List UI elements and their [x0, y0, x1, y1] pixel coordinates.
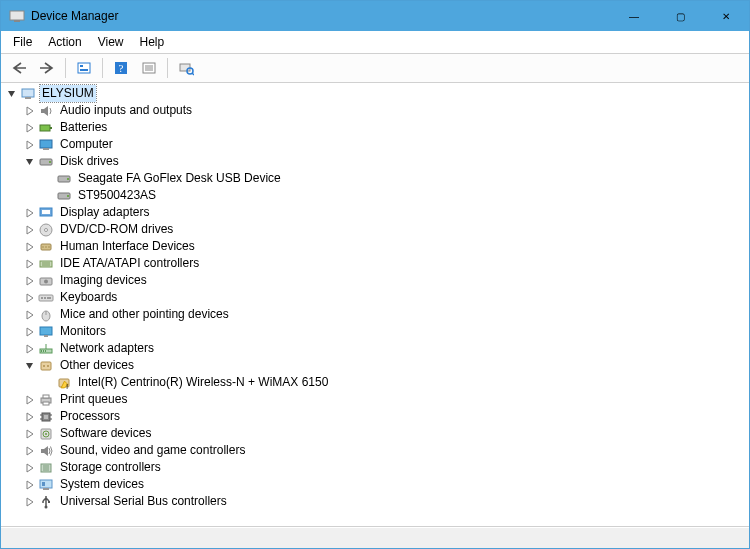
- tree-node-software-devices[interactable]: Software devices: [1, 425, 749, 442]
- svg-rect-18: [40, 140, 52, 148]
- tree-view[interactable]: ELYSIUM Audio inputs and outputs Batteri…: [1, 83, 749, 527]
- chevron-right-icon[interactable]: [23, 427, 37, 441]
- chevron-down-icon[interactable]: [23, 155, 37, 169]
- tree-node-st9500423as[interactable]: ST9500423AS: [1, 187, 749, 204]
- toolbar-help-button[interactable]: ?: [109, 56, 133, 80]
- tree-node-disk-drives[interactable]: Disk drives: [1, 153, 749, 170]
- tree-node-label: Batteries: [58, 119, 109, 136]
- menu-help[interactable]: Help: [132, 34, 173, 50]
- chevron-right-icon[interactable]: [23, 478, 37, 492]
- menu-file[interactable]: File: [5, 34, 40, 50]
- sound-icon: [38, 443, 54, 459]
- chevron-right-icon[interactable]: [23, 444, 37, 458]
- software-icon: [38, 426, 54, 442]
- chevron-spacer: [41, 189, 55, 203]
- chevron-right-icon[interactable]: [23, 410, 37, 424]
- tree-node-label: IDE ATA/ATAPI controllers: [58, 255, 201, 272]
- monitor-icon: [38, 324, 54, 340]
- chevron-down-icon[interactable]: [23, 359, 37, 373]
- tree-node-human-interface-devices[interactable]: Human Interface Devices: [1, 238, 749, 255]
- tree-node-label: Sound, video and game controllers: [58, 442, 247, 459]
- svg-rect-16: [40, 125, 50, 131]
- tree-node-audio-inputs-and-outputs[interactable]: Audio inputs and outputs: [1, 102, 749, 119]
- toolbar-separator: [65, 58, 66, 78]
- svg-rect-75: [48, 501, 50, 503]
- chevron-right-icon[interactable]: [23, 325, 37, 339]
- app-icon: [9, 8, 25, 24]
- svg-rect-19: [43, 148, 49, 150]
- tree-node-seagate-fa-goflex-desk-usb-device[interactable]: Seagate FA GoFlex Desk USB Device: [1, 170, 749, 187]
- tree-node-label: Other devices: [58, 357, 136, 374]
- chevron-right-icon[interactable]: [23, 461, 37, 475]
- svg-rect-1: [14, 20, 20, 22]
- chevron-right-icon[interactable]: [23, 308, 37, 322]
- cdrom-icon: [38, 222, 54, 238]
- menu-view[interactable]: View: [90, 34, 132, 50]
- tree-node-computer[interactable]: Computer: [1, 136, 749, 153]
- toolbar-properties-button[interactable]: [137, 56, 161, 80]
- tree-node-label: ST9500423AS: [76, 187, 158, 204]
- svg-rect-72: [43, 488, 49, 490]
- audio-icon: [38, 103, 54, 119]
- tree-node-display-adapters[interactable]: Display adapters: [1, 204, 749, 221]
- toolbar-forward-button[interactable]: [35, 56, 59, 80]
- other-icon: [38, 358, 54, 374]
- tree-node-label: Disk drives: [58, 153, 121, 170]
- chevron-right-icon[interactable]: [23, 393, 37, 407]
- toolbar-scan-button[interactable]: [174, 56, 198, 80]
- chevron-down-icon[interactable]: [5, 87, 19, 101]
- svg-point-53: [43, 365, 45, 367]
- minimize-button[interactable]: —: [611, 1, 657, 31]
- svg-point-23: [67, 178, 69, 180]
- tree-node-monitors[interactable]: Monitors: [1, 323, 749, 340]
- chevron-right-icon[interactable]: [23, 104, 37, 118]
- computer-node-icon: [38, 137, 54, 153]
- tree-node-imaging-devices[interactable]: Imaging devices: [1, 272, 749, 289]
- maximize-button[interactable]: ▢: [657, 1, 703, 31]
- svg-rect-2: [78, 63, 90, 73]
- menu-action[interactable]: Action: [40, 34, 89, 50]
- svg-text:?: ?: [119, 62, 124, 74]
- tree-node-keyboards[interactable]: Keyboards: [1, 289, 749, 306]
- tree-node-system-devices[interactable]: System devices: [1, 476, 749, 493]
- close-button[interactable]: ✕: [703, 1, 749, 31]
- chevron-right-icon[interactable]: [23, 495, 37, 509]
- chevron-right-icon[interactable]: [23, 257, 37, 271]
- tree-node-batteries[interactable]: Batteries: [1, 119, 749, 136]
- tree-node-label: System devices: [58, 476, 146, 493]
- svg-rect-0: [10, 11, 24, 20]
- cpu-icon: [38, 409, 54, 425]
- chevron-right-icon[interactable]: [23, 121, 37, 135]
- imaging-icon: [38, 273, 54, 289]
- svg-point-32: [45, 246, 47, 248]
- tree-node-mice-and-other-pointing-devices[interactable]: Mice and other pointing devices: [1, 306, 749, 323]
- tree-node-processors[interactable]: Processors: [1, 408, 749, 425]
- svg-rect-48: [41, 350, 42, 352]
- chevron-right-icon[interactable]: [23, 291, 37, 305]
- minimize-icon: —: [629, 11, 639, 22]
- tree-node-intel-r-centrino-r-wireless-n-wimax-6150[interactable]: ! Intel(R) Centrino(R) Wireless-N + WiMA…: [1, 374, 749, 391]
- display-icon: [38, 205, 54, 221]
- chevron-right-icon[interactable]: [23, 206, 37, 220]
- tree-node-sound-video-and-game-controllers[interactable]: Sound, video and game controllers: [1, 442, 749, 459]
- tree-node-label: Mice and other pointing devices: [58, 306, 231, 323]
- tree-node-label: Imaging devices: [58, 272, 149, 289]
- tree-node-elysium[interactable]: ELYSIUM: [1, 85, 749, 102]
- chevron-right-icon[interactable]: [23, 138, 37, 152]
- svg-point-74: [42, 501, 44, 503]
- tree-node-ide-ata-atapi-controllers[interactable]: IDE ATA/ATAPI controllers: [1, 255, 749, 272]
- toolbar-show-hidden-button[interactable]: [72, 56, 96, 80]
- tree-node-storage-controllers[interactable]: Storage controllers: [1, 459, 749, 476]
- warning-icon: !: [56, 375, 72, 391]
- forward-arrow-icon: [39, 61, 55, 75]
- tree-node-print-queues[interactable]: Print queues: [1, 391, 749, 408]
- tree-node-network-adapters[interactable]: Network adapters: [1, 340, 749, 357]
- chevron-right-icon[interactable]: [23, 274, 37, 288]
- chevron-right-icon[interactable]: [23, 223, 37, 237]
- chevron-right-icon[interactable]: [23, 342, 37, 356]
- tree-node-other-devices[interactable]: Other devices: [1, 357, 749, 374]
- tree-node-universal-serial-bus-controllers[interactable]: Universal Serial Bus controllers: [1, 493, 749, 510]
- tree-node-dvd-cd-rom-drives[interactable]: DVD/CD-ROM drives: [1, 221, 749, 238]
- toolbar-back-button[interactable]: [7, 56, 31, 80]
- chevron-right-icon[interactable]: [23, 240, 37, 254]
